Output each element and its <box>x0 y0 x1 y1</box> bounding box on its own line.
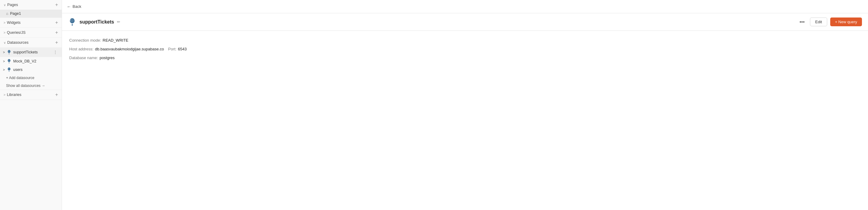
add-library-button[interactable]: + <box>55 92 58 97</box>
sidebar-section-widgets-header[interactable]: Widgets + <box>0 18 62 28</box>
chevron-right-icon-6 <box>4 93 5 97</box>
supporttickets-label: supportTickets <box>13 50 38 54</box>
home-icon: ⌂ <box>6 11 8 16</box>
back-label: Back <box>72 4 81 9</box>
users-label: users <box>13 68 23 72</box>
sidebar-section-queries-label: Queries/JS <box>7 31 26 35</box>
sidebar-section-libraries-label: Libraries <box>7 93 22 97</box>
sidebar-section-widgets-label: Widgets <box>7 21 21 25</box>
sidebar-section-pages-header[interactable]: Pages + <box>0 0 62 10</box>
svg-point-8 <box>9 68 10 69</box>
svg-point-5 <box>9 60 10 61</box>
sidebar-item-supporttickets[interactable]: supportTickets ⋮ <box>0 47 62 57</box>
sidebar-section-queries-header[interactable]: Queries/JS + <box>0 28 62 37</box>
back-arrow-icon: ← <box>67 4 71 9</box>
postgres-icon-2 <box>7 59 11 64</box>
sidebar-section-pages-label: Pages <box>7 3 18 7</box>
new-query-button[interactable]: + New query <box>830 18 862 26</box>
edit-title-icon[interactable]: ✏ <box>117 20 120 24</box>
sidebar: Pages + ⌂ Page1 Widgets + Queries/JS <box>0 0 62 210</box>
add-page-button[interactable]: + <box>55 2 58 7</box>
chevron-right-icon-5 <box>3 68 5 72</box>
sidebar-item-users[interactable]: users <box>0 66 62 74</box>
sidebar-section-queries: Queries/JS + <box>0 28 62 38</box>
datasource-more-icon[interactable]: ⋮ <box>52 49 59 55</box>
page1-label: Page1 <box>10 11 21 16</box>
database-name-row: Database name: postgres <box>69 56 861 60</box>
sidebar-section-datasources-label: Datasources <box>7 40 28 45</box>
more-options-button[interactable]: ••• <box>797 18 807 26</box>
show-all-datasources-link[interactable]: Show all datasources → <box>0 82 62 90</box>
add-datasource-link[interactable]: + Add datasource <box>0 74 62 82</box>
host-address-row: Host address: db.baasvaubakmoiodgijae.su… <box>69 47 861 51</box>
datasource-content: Connection mode: READ_WRITE Host address… <box>62 31 868 210</box>
port-label: Port: <box>168 47 176 51</box>
svg-point-11 <box>73 19 74 21</box>
database-name-value: postgres <box>99 56 115 60</box>
chevron-right-icon-3 <box>3 50 5 54</box>
sidebar-item-page1[interactable]: ⌂ Page1 <box>0 10 62 18</box>
header-actions: ••• Edit + New query <box>797 18 862 26</box>
sidebar-item-mockdbv2[interactable]: Mock_DB_V2 <box>0 57 62 66</box>
add-widget-button[interactable]: + <box>55 20 58 25</box>
chevron-right-icon <box>4 21 5 25</box>
chevron-down-icon-2 <box>4 41 6 44</box>
chevron-down-icon <box>4 3 6 7</box>
host-address-value: db.baasvaubakmoiodgijae.supabase.co <box>95 47 164 51</box>
add-datasource-button[interactable]: + <box>55 40 58 45</box>
chevron-right-icon-2 <box>4 31 5 34</box>
postgres-icon-3 <box>7 67 11 72</box>
chevron-right-icon-4 <box>3 59 5 63</box>
edit-button[interactable]: Edit <box>810 18 827 26</box>
datasource-header: supportTickets ✏ ••• Edit + New query <box>62 13 868 31</box>
sidebar-section-datasources-header[interactable]: Datasources + <box>0 38 62 47</box>
database-name-label: Database name: <box>69 56 98 60</box>
add-query-button[interactable]: + <box>55 30 58 35</box>
datasource-title: supportTickets <box>80 19 114 25</box>
host-address-label: Host address: <box>69 47 93 51</box>
sidebar-section-datasources: Datasources + supportTickets ⋮ <box>0 38 62 90</box>
sidebar-section-libraries: Libraries + <box>0 90 62 100</box>
back-button[interactable]: ← Back <box>67 4 81 9</box>
port-value: 6543 <box>178 47 187 51</box>
connection-mode-row: Connection mode: READ_WRITE <box>69 38 861 42</box>
svg-point-2 <box>9 51 10 51</box>
topbar: ← Back <box>62 0 868 13</box>
sidebar-section-pages: Pages + ⌂ Page1 <box>0 0 62 18</box>
mockdbv2-label: Mock_DB_V2 <box>13 59 36 63</box>
connection-mode-label: Connection mode: <box>69 38 101 42</box>
postgres-icon <box>7 50 11 55</box>
connection-mode-value: READ_WRITE <box>103 38 128 42</box>
main-content: ← Back supportTickets ✏ ••• Edit + New q… <box>62 0 868 210</box>
sidebar-section-libraries-header[interactable]: Libraries + <box>0 90 62 100</box>
datasource-postgres-icon <box>68 18 76 26</box>
sidebar-section-widgets: Widgets + <box>0 18 62 28</box>
